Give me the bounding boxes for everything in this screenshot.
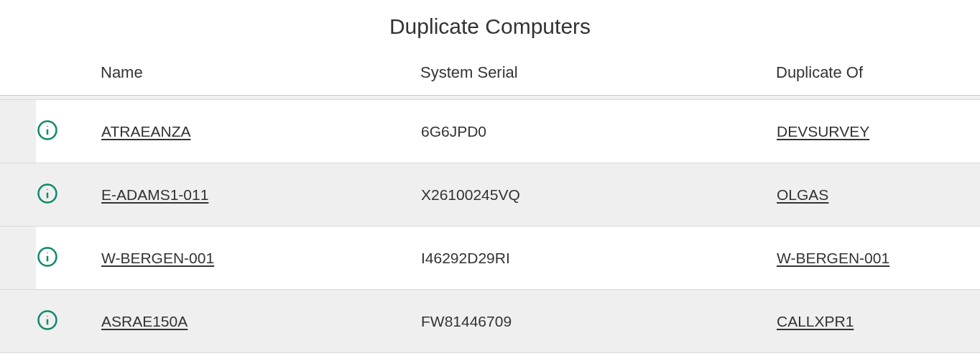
svg-point-2 xyxy=(47,125,48,127)
computer-name-link[interactable]: ASRAE150A xyxy=(101,313,188,329)
column-header-duplicate-of[interactable]: Duplicate Of xyxy=(776,63,863,81)
info-icon[interactable] xyxy=(37,119,58,141)
duplicate-of-link[interactable]: CALLXPR1 xyxy=(777,313,854,329)
info-icon[interactable] xyxy=(37,246,58,268)
duplicate-computers-table: Name System Serial Duplicate Of ATRAEANZ… xyxy=(0,56,980,353)
system-serial: 6G6JPD0 xyxy=(421,123,486,140)
info-icon[interactable] xyxy=(37,183,58,204)
table-row: ATRAEANZA 6G6JPD0 DEVSURVEY xyxy=(0,100,980,163)
system-serial: I46292D29RI xyxy=(421,250,510,266)
computer-name-link[interactable]: ATRAEANZA xyxy=(101,123,190,140)
column-header-serial[interactable]: System Serial xyxy=(420,63,518,81)
table-header-row: Name System Serial Duplicate Of xyxy=(0,56,980,96)
duplicate-of-link[interactable]: OLGAS xyxy=(777,186,828,203)
table-row: ASRAE150A FW81446709 CALLXPR1 xyxy=(0,290,980,353)
duplicate-of-link[interactable]: W-BERGEN-001 xyxy=(777,250,889,266)
computer-name-link[interactable]: W-BERGEN-001 xyxy=(101,250,214,266)
duplicate-of-link[interactable]: DEVSURVEY xyxy=(777,123,869,140)
table-row: W-BERGEN-001 I46292D29RI W-BERGEN-001 xyxy=(0,227,980,290)
system-serial: FW81446709 xyxy=(421,313,512,329)
table-row: E-ADAMS1-011 X26100245VQ OLGAS xyxy=(0,163,980,227)
svg-point-11 xyxy=(47,315,48,317)
computer-name-link[interactable]: E-ADAMS1-011 xyxy=(101,186,208,203)
info-icon[interactable] xyxy=(37,309,58,331)
page-title: Duplicate Computers xyxy=(0,14,980,39)
svg-point-5 xyxy=(47,188,48,190)
column-header-name[interactable]: Name xyxy=(101,63,143,81)
system-serial: X26100245VQ xyxy=(421,186,520,203)
svg-point-8 xyxy=(47,252,48,253)
